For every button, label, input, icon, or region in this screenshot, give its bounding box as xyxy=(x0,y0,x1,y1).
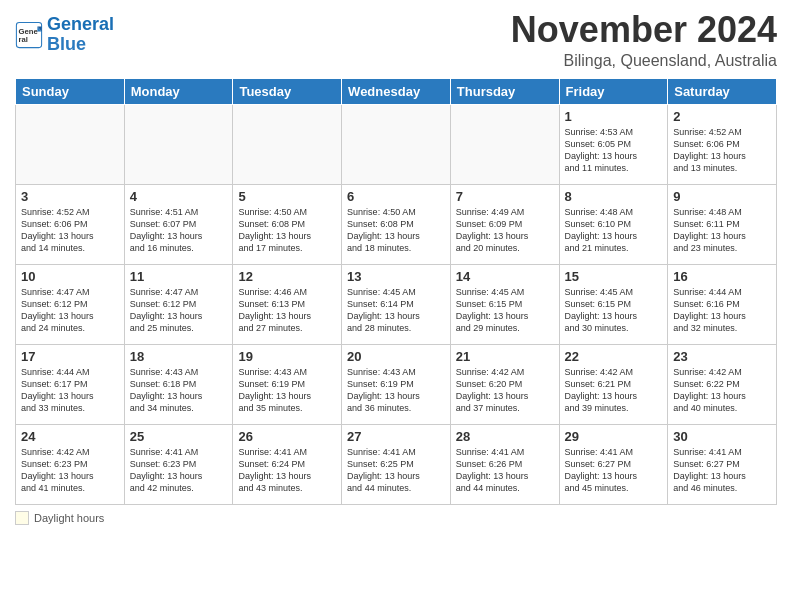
calendar-cell: 27Sunrise: 4:41 AM Sunset: 6:25 PM Dayli… xyxy=(342,424,451,504)
day-number: 10 xyxy=(21,269,119,284)
calendar-cell: 21Sunrise: 4:42 AM Sunset: 6:20 PM Dayli… xyxy=(450,344,559,424)
day-info: Sunrise: 4:42 AM Sunset: 6:22 PM Dayligh… xyxy=(673,366,771,415)
calendar-cell xyxy=(342,104,451,184)
day-number: 28 xyxy=(456,429,554,444)
day-number: 30 xyxy=(673,429,771,444)
calendar-cell: 26Sunrise: 4:41 AM Sunset: 6:24 PM Dayli… xyxy=(233,424,342,504)
calendar-cell: 19Sunrise: 4:43 AM Sunset: 6:19 PM Dayli… xyxy=(233,344,342,424)
calendar-week-2: 10Sunrise: 4:47 AM Sunset: 6:12 PM Dayli… xyxy=(16,264,777,344)
calendar-cell: 18Sunrise: 4:43 AM Sunset: 6:18 PM Dayli… xyxy=(124,344,233,424)
day-info: Sunrise: 4:41 AM Sunset: 6:23 PM Dayligh… xyxy=(130,446,228,495)
day-number: 18 xyxy=(130,349,228,364)
day-info: Sunrise: 4:41 AM Sunset: 6:25 PM Dayligh… xyxy=(347,446,445,495)
calendar-cell: 8Sunrise: 4:48 AM Sunset: 6:10 PM Daylig… xyxy=(559,184,668,264)
calendar-header-sunday: Sunday xyxy=(16,78,125,104)
day-number: 29 xyxy=(565,429,663,444)
legend-box xyxy=(15,511,29,525)
calendar-header-thursday: Thursday xyxy=(450,78,559,104)
calendar-cell: 20Sunrise: 4:43 AM Sunset: 6:19 PM Dayli… xyxy=(342,344,451,424)
calendar-cell: 24Sunrise: 4:42 AM Sunset: 6:23 PM Dayli… xyxy=(16,424,125,504)
day-info: Sunrise: 4:45 AM Sunset: 6:15 PM Dayligh… xyxy=(565,286,663,335)
legend: Daylight hours xyxy=(15,511,777,525)
day-number: 26 xyxy=(238,429,336,444)
day-number: 27 xyxy=(347,429,445,444)
calendar-cell: 29Sunrise: 4:41 AM Sunset: 6:27 PM Dayli… xyxy=(559,424,668,504)
day-info: Sunrise: 4:52 AM Sunset: 6:06 PM Dayligh… xyxy=(21,206,119,255)
day-info: Sunrise: 4:53 AM Sunset: 6:05 PM Dayligh… xyxy=(565,126,663,175)
day-number: 14 xyxy=(456,269,554,284)
calendar-cell xyxy=(124,104,233,184)
day-info: Sunrise: 4:48 AM Sunset: 6:10 PM Dayligh… xyxy=(565,206,663,255)
day-info: Sunrise: 4:49 AM Sunset: 6:09 PM Dayligh… xyxy=(456,206,554,255)
day-number: 13 xyxy=(347,269,445,284)
day-info: Sunrise: 4:51 AM Sunset: 6:07 PM Dayligh… xyxy=(130,206,228,255)
logo: Gene ral General Blue xyxy=(15,15,114,55)
day-number: 20 xyxy=(347,349,445,364)
day-info: Sunrise: 4:43 AM Sunset: 6:19 PM Dayligh… xyxy=(347,366,445,415)
location-title: Bilinga, Queensland, Australia xyxy=(511,52,777,70)
day-info: Sunrise: 4:47 AM Sunset: 6:12 PM Dayligh… xyxy=(21,286,119,335)
calendar-header-saturday: Saturday xyxy=(668,78,777,104)
calendar-cell: 17Sunrise: 4:44 AM Sunset: 6:17 PM Dayli… xyxy=(16,344,125,424)
calendar-cell: 10Sunrise: 4:47 AM Sunset: 6:12 PM Dayli… xyxy=(16,264,125,344)
day-number: 15 xyxy=(565,269,663,284)
logo-icon: Gene ral xyxy=(15,21,43,49)
day-number: 19 xyxy=(238,349,336,364)
calendar-week-4: 24Sunrise: 4:42 AM Sunset: 6:23 PM Dayli… xyxy=(16,424,777,504)
day-info: Sunrise: 4:48 AM Sunset: 6:11 PM Dayligh… xyxy=(673,206,771,255)
day-number: 24 xyxy=(21,429,119,444)
day-number: 25 xyxy=(130,429,228,444)
calendar-cell: 5Sunrise: 4:50 AM Sunset: 6:08 PM Daylig… xyxy=(233,184,342,264)
day-number: 9 xyxy=(673,189,771,204)
calendar-cell: 7Sunrise: 4:49 AM Sunset: 6:09 PM Daylig… xyxy=(450,184,559,264)
calendar-cell: 25Sunrise: 4:41 AM Sunset: 6:23 PM Dayli… xyxy=(124,424,233,504)
day-info: Sunrise: 4:43 AM Sunset: 6:19 PM Dayligh… xyxy=(238,366,336,415)
day-info: Sunrise: 4:42 AM Sunset: 6:23 PM Dayligh… xyxy=(21,446,119,495)
day-info: Sunrise: 4:41 AM Sunset: 6:24 PM Dayligh… xyxy=(238,446,336,495)
calendar-cell: 13Sunrise: 4:45 AM Sunset: 6:14 PM Dayli… xyxy=(342,264,451,344)
day-info: Sunrise: 4:43 AM Sunset: 6:18 PM Dayligh… xyxy=(130,366,228,415)
day-number: 23 xyxy=(673,349,771,364)
calendar-cell: 23Sunrise: 4:42 AM Sunset: 6:22 PM Dayli… xyxy=(668,344,777,424)
day-info: Sunrise: 4:50 AM Sunset: 6:08 PM Dayligh… xyxy=(238,206,336,255)
day-number: 22 xyxy=(565,349,663,364)
day-number: 2 xyxy=(673,109,771,124)
calendar-cell xyxy=(450,104,559,184)
day-number: 3 xyxy=(21,189,119,204)
calendar-cell: 16Sunrise: 4:44 AM Sunset: 6:16 PM Dayli… xyxy=(668,264,777,344)
svg-text:Gene: Gene xyxy=(19,26,39,35)
day-info: Sunrise: 4:44 AM Sunset: 6:17 PM Dayligh… xyxy=(21,366,119,415)
calendar-header-monday: Monday xyxy=(124,78,233,104)
legend-label: Daylight hours xyxy=(34,512,104,524)
day-info: Sunrise: 4:41 AM Sunset: 6:26 PM Dayligh… xyxy=(456,446,554,495)
day-number: 11 xyxy=(130,269,228,284)
day-number: 8 xyxy=(565,189,663,204)
day-info: Sunrise: 4:42 AM Sunset: 6:20 PM Dayligh… xyxy=(456,366,554,415)
calendar-cell xyxy=(16,104,125,184)
calendar-header-tuesday: Tuesday xyxy=(233,78,342,104)
page-container: Gene ral General Blue November 2024 Bili… xyxy=(0,0,792,535)
day-info: Sunrise: 4:45 AM Sunset: 6:15 PM Dayligh… xyxy=(456,286,554,335)
logo-text-blue: Blue xyxy=(47,35,114,55)
calendar-cell: 28Sunrise: 4:41 AM Sunset: 6:26 PM Dayli… xyxy=(450,424,559,504)
calendar-table: SundayMondayTuesdayWednesdayThursdayFrid… xyxy=(15,78,777,505)
day-number: 4 xyxy=(130,189,228,204)
header: Gene ral General Blue November 2024 Bili… xyxy=(15,10,777,70)
day-number: 5 xyxy=(238,189,336,204)
svg-text:ral: ral xyxy=(19,35,28,44)
calendar-cell: 11Sunrise: 4:47 AM Sunset: 6:12 PM Dayli… xyxy=(124,264,233,344)
calendar-header-friday: Friday xyxy=(559,78,668,104)
calendar-cell: 6Sunrise: 4:50 AM Sunset: 6:08 PM Daylig… xyxy=(342,184,451,264)
title-area: November 2024 Bilinga, Queensland, Austr… xyxy=(511,10,777,70)
logo-text: General xyxy=(47,15,114,35)
calendar-week-0: 1Sunrise: 4:53 AM Sunset: 6:05 PM Daylig… xyxy=(16,104,777,184)
calendar-cell: 3Sunrise: 4:52 AM Sunset: 6:06 PM Daylig… xyxy=(16,184,125,264)
calendar-cell: 1Sunrise: 4:53 AM Sunset: 6:05 PM Daylig… xyxy=(559,104,668,184)
calendar-week-3: 17Sunrise: 4:44 AM Sunset: 6:17 PM Dayli… xyxy=(16,344,777,424)
calendar-cell: 12Sunrise: 4:46 AM Sunset: 6:13 PM Dayli… xyxy=(233,264,342,344)
day-number: 1 xyxy=(565,109,663,124)
day-info: Sunrise: 4:46 AM Sunset: 6:13 PM Dayligh… xyxy=(238,286,336,335)
day-info: Sunrise: 4:44 AM Sunset: 6:16 PM Dayligh… xyxy=(673,286,771,335)
day-info: Sunrise: 4:45 AM Sunset: 6:14 PM Dayligh… xyxy=(347,286,445,335)
calendar-header-row: SundayMondayTuesdayWednesdayThursdayFrid… xyxy=(16,78,777,104)
